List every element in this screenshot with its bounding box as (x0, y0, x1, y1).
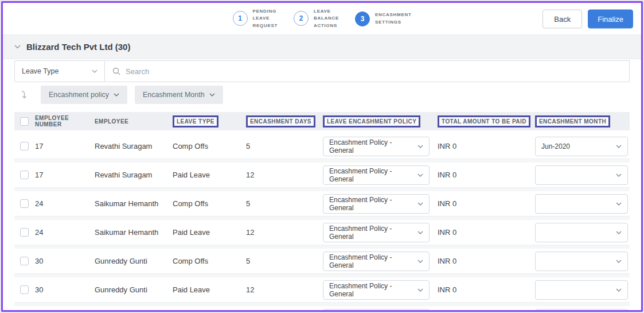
total-amount-cell: INR 0 (438, 257, 535, 265)
step-number-badge: 3 (355, 11, 370, 26)
step-pending-leave-request: 1 PENDING LEAVE REQUEST (232, 8, 278, 29)
policy-value: Encashment Policy - General (329, 167, 417, 183)
month-dropdown[interactable] (535, 280, 628, 300)
month-dropdown[interactable] (535, 223, 628, 242)
total-amount-cell: INR 0 (438, 142, 535, 150)
chevron-down-icon (417, 202, 423, 206)
employee-cell: Gunreddy Gunti (95, 257, 173, 265)
policy-dropdown[interactable] (323, 309, 430, 311)
employee-cell: Saikumar Hemanth (95, 199, 173, 208)
row-checkbox[interactable] (20, 285, 29, 294)
header-total-amount: TOTAL AMOUNT TO BE PAID (438, 115, 535, 127)
table-row: 24 Saikumar Hemanth Paid Leave 12 Encash… (14, 220, 630, 245)
company-section-header: Blizzard Tech Pvt Ltd (30) (3, 35, 641, 59)
chevron-down-icon (114, 93, 119, 96)
policy-dropdown[interactable]: Encashment Policy - General (323, 137, 430, 156)
policy-value: Encashment Policy - General (329, 138, 417, 154)
employee-cell: Gunreddy Gunti (95, 285, 173, 294)
month-dropdown[interactable] (535, 194, 628, 214)
row-checkbox[interactable] (20, 228, 29, 237)
employee-number-cell: 17 (35, 171, 95, 179)
encashment-days-cell: 5 (246, 142, 323, 150)
chevron-down-icon (616, 288, 622, 292)
chevron-down-icon (417, 173, 423, 177)
employee-cell: Saikumar Hemanth (95, 228, 173, 237)
filter-row: Leave Type (14, 60, 630, 82)
month-dropdown[interactable] (535, 165, 628, 185)
chevron-down-icon (616, 145, 622, 148)
employee-number-cell: 24 (35, 199, 95, 208)
employee-number-cell: 24 (35, 228, 95, 237)
policy-dropdown[interactable]: Encashment Policy - General (323, 194, 430, 214)
chevron-down-icon (209, 93, 215, 96)
policy-dropdown[interactable]: Encashment Policy - General (323, 223, 430, 242)
leave-type-cell: Comp Offs (173, 257, 246, 265)
month-value: Jun-2020 (541, 142, 570, 150)
finalize-button[interactable]: Finalize (588, 9, 633, 28)
chevron-down-icon (417, 145, 423, 148)
row-checkbox[interactable] (20, 199, 29, 208)
total-amount-cell: INR 0 (438, 228, 535, 237)
leave-type-cell: Paid Leave (173, 171, 246, 179)
row-checkbox[interactable] (20, 142, 29, 150)
chevron-down-icon (417, 260, 423, 263)
wizard-stepper: 1 PENDING LEAVE REQUEST 2 LEAVE BALANCE … (232, 3, 411, 34)
encashment-month-filter-button[interactable]: Encashment Month (135, 86, 223, 104)
leave-type-cell: Paid Leave (173, 228, 246, 237)
encashment-days-cell: 12 (246, 228, 323, 237)
chevron-down-icon (92, 69, 97, 73)
encashment-policy-filter-button[interactable]: Encashment policy (41, 86, 127, 104)
leave-type-cell: Paid Leave (173, 285, 246, 294)
sort-arrow-icon[interactable] (21, 90, 28, 99)
step-leave-balance-actions: 2 LEAVE BALANCE ACTIONS (294, 8, 339, 29)
header-encashment-days: ENCASHMENT DAYS (246, 115, 323, 127)
month-dropdown[interactable] (535, 309, 628, 311)
highlight-box: ENCASHMENT MONTH (535, 115, 610, 127)
table-row: 17 Revathi Suragam Comp Offs 5 Encashmen… (14, 134, 630, 159)
select-all-checkbox[interactable] (20, 117, 29, 126)
table-row-partial (14, 306, 630, 310)
chevron-down-icon (417, 288, 423, 292)
header-encashment-month: ENCASHMENT MONTH (535, 115, 630, 127)
leave-type-cell: Comp Offs (173, 199, 246, 208)
topbar-actions: Back Finalize (542, 9, 633, 28)
total-amount-cell: INR 0 (438, 285, 535, 294)
row-checkbox[interactable] (20, 257, 29, 265)
table-row: 17 Revathi Suragam Paid Leave 12 Encashm… (14, 163, 630, 188)
month-dropdown[interactable]: Jun-2020 (535, 137, 628, 156)
back-button[interactable]: Back (542, 9, 582, 28)
leave-type-cell: Comp Offs (173, 142, 246, 150)
header-leave-type: LEAVE TYPE (173, 115, 246, 127)
row-checkbox[interactable] (20, 171, 29, 179)
policy-value: Encashment Policy - General (329, 253, 417, 269)
header-employee-number: EMPLOYEE NUMBER (35, 115, 95, 127)
employee-cell: Revathi Suragam (95, 171, 173, 179)
table-row: 24 Saikumar Hemanth Comp Offs 5 Encashme… (14, 191, 630, 217)
employee-number-cell: 30 (35, 285, 95, 294)
leave-type-select-value: Leave Type (22, 67, 58, 75)
total-amount-cell: INR 0 (438, 199, 535, 208)
leave-type-select[interactable]: Leave Type (14, 60, 105, 82)
header-leave-encashment-policy: LEAVE ENCASHMENT POLICY (323, 115, 438, 127)
search-input[interactable] (126, 67, 622, 76)
collapse-chevron-icon[interactable] (14, 45, 21, 49)
policy-dropdown[interactable]: Encashment Policy - General (323, 252, 430, 271)
search-box (105, 60, 630, 82)
encashment-days-cell: 12 (246, 171, 323, 179)
search-icon (112, 67, 120, 75)
step-number-badge: 1 (232, 11, 247, 26)
encashment-card: Leave Type Encashment policy (3, 59, 641, 310)
policy-value: Encashment Policy - General (329, 225, 417, 241)
policy-dropdown[interactable]: Encashment Policy - General (323, 280, 430, 300)
chevron-down-icon (616, 173, 622, 177)
wizard-topbar: 1 PENDING LEAVE REQUEST 2 LEAVE BALANCE … (3, 3, 641, 35)
policy-dropdown[interactable]: Encashment Policy - General (323, 165, 430, 185)
policy-value: Encashment Policy - General (329, 282, 417, 298)
encashment-days-cell: 12 (246, 285, 323, 294)
policy-value: Encashment Policy - General (329, 196, 417, 212)
highlight-box: TOTAL AMOUNT TO BE PAID (438, 115, 530, 127)
month-dropdown[interactable] (535, 252, 628, 271)
company-title: Blizzard Tech Pvt Ltd (30) (26, 42, 130, 52)
table-header-row: EMPLOYEE NUMBER EMPLOYEE LEAVE TYPE ENCA… (14, 112, 630, 130)
encashment-days-cell: 5 (246, 257, 323, 265)
